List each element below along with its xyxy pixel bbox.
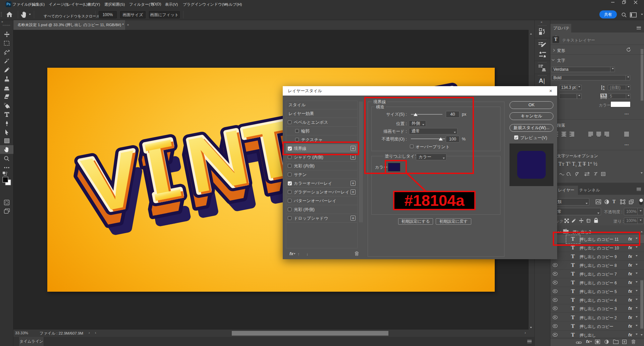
- svg-text:A: A: [603, 88, 605, 91]
